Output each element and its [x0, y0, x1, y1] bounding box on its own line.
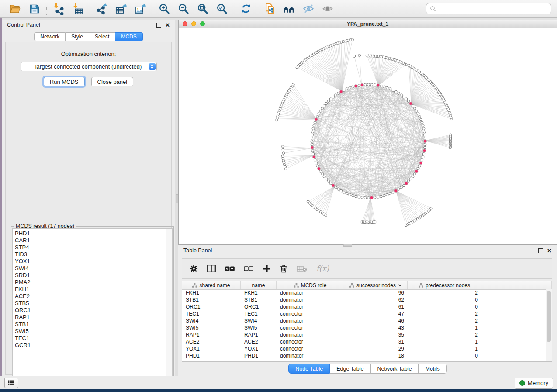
open-file-icon[interactable] [9, 3, 22, 15]
zoom-fit-icon[interactable] [196, 3, 209, 15]
graph-hub-node[interactable] [315, 118, 318, 121]
network-window-titlebar[interactable]: YPA_prune.txt_1 [179, 20, 557, 28]
float-table-panel-icon[interactable] [538, 248, 543, 253]
tab-style[interactable]: Style [66, 32, 89, 41]
memory-button[interactable]: Memory [515, 378, 553, 389]
add-column-icon[interactable] [263, 265, 271, 273]
vertical-splitter[interactable] [175, 20, 178, 376]
list-item[interactable]: ORC1 [15, 307, 172, 314]
search-field[interactable] [426, 3, 551, 14]
list-item[interactable]: TEC1 [15, 335, 172, 342]
search-input[interactable] [438, 5, 551, 13]
graph-hub-node[interactable] [405, 182, 408, 185]
settings-gear-icon[interactable] [190, 265, 198, 273]
close-window-icon[interactable] [183, 21, 187, 26]
list-item[interactable]: STP4 [15, 244, 172, 251]
list-item[interactable]: PMA2 [15, 279, 172, 286]
table-row[interactable]: SWI5SWI5connector431 [182, 324, 546, 331]
table-row[interactable]: FKH1FKH1dominator962 [182, 289, 546, 296]
save-icon[interactable] [28, 3, 41, 15]
graph-hub-node[interactable] [370, 196, 373, 199]
float-panel-icon[interactable] [156, 23, 161, 28]
network-graph[interactable] [179, 28, 557, 244]
list-item[interactable]: SRD1 [15, 272, 172, 279]
list-item[interactable]: PHD1 [15, 230, 172, 237]
import-network-icon[interactable] [52, 3, 65, 15]
list-item[interactable]: SWI4 [15, 265, 172, 272]
table-row[interactable]: RAP1RAP1dominator352 [182, 331, 546, 338]
graph-hub-node[interactable] [354, 85, 357, 88]
close-panel-button[interactable]: Close panel [91, 77, 134, 86]
list-item[interactable]: STB1 [15, 321, 172, 328]
graph-hub-node[interactable] [424, 140, 427, 143]
graph-hub-node[interactable] [394, 189, 398, 193]
tab-select[interactable]: Select [89, 32, 115, 41]
column-header-mcds-role[interactable]: MCDS role [277, 281, 344, 289]
graph-hub-node[interactable] [339, 90, 343, 93]
node-table-scrollbar[interactable] [546, 289, 552, 361]
graph-hub-node[interactable] [332, 184, 335, 187]
first-neighbors-icon[interactable] [283, 3, 296, 15]
graph-hub-node[interactable] [361, 83, 364, 86]
tab-motifs[interactable]: Motifs [419, 364, 446, 374]
export-table-icon[interactable] [114, 3, 128, 15]
tab-network-table[interactable]: Network Table [371, 364, 419, 374]
close-table-panel-icon[interactable]: ✕ [547, 249, 552, 253]
list-item[interactable]: SWI5 [15, 328, 172, 335]
unselect-all-icon[interactable] [244, 266, 253, 271]
table-row[interactable]: STB1STB1dominator620 [182, 296, 546, 303]
refresh-icon[interactable] [239, 3, 253, 15]
zoom-in-icon[interactable] [158, 3, 171, 15]
list-item[interactable]: TID3 [15, 251, 172, 258]
graph-hub-node[interactable] [311, 146, 314, 149]
graph-hub-node[interactable] [377, 84, 380, 87]
list-item[interactable]: YOX1 [15, 258, 172, 265]
column-header-shared-name[interactable]: shared name [182, 281, 241, 289]
graph-hub-node[interactable] [423, 149, 426, 152]
export-network-icon[interactable] [95, 3, 108, 15]
horizontal-splitter-handle[interactable] [343, 244, 352, 247]
graph-hub-node[interactable] [419, 162, 422, 165]
table-row[interactable]: TEC1TEC1connector472 [182, 310, 546, 317]
export-image-icon[interactable] [134, 3, 147, 15]
delete-column-icon[interactable] [280, 265, 287, 273]
column-header-predecessor-nodes[interactable]: predecessor nodes [408, 281, 481, 289]
list-item[interactable]: GCR1 [15, 342, 172, 349]
list-item[interactable]: ACE2 [15, 293, 172, 300]
table-row[interactable]: PHD1PHD1dominator180 [182, 352, 546, 359]
clone-network-icon[interactable] [263, 3, 277, 15]
tab-network[interactable]: Network [34, 32, 66, 41]
graph-hub-node[interactable] [318, 167, 321, 170]
criterion-dropdown[interactable]: largest connected component (undirected) [21, 62, 157, 71]
select-all-icon[interactable] [225, 266, 235, 271]
split-pane-icon[interactable] [207, 265, 216, 272]
import-table-icon[interactable] [71, 3, 84, 15]
graph-hub-node[interactable] [409, 102, 412, 105]
table-row[interactable]: ORC1ORC1dominator610 [182, 303, 546, 310]
list-item[interactable]: FKH1 [15, 286, 172, 293]
show-console-button[interactable] [4, 378, 18, 388]
mcds-result-scrollbar[interactable] [166, 229, 172, 387]
zoom-selected-icon[interactable] [215, 3, 228, 15]
node-table-scrollbar-thumb[interactable] [547, 291, 551, 342]
table-row[interactable]: YOX1YOX1connector291 [182, 345, 546, 352]
table-row[interactable]: ACE2ACE2connector311 [182, 338, 546, 345]
graph-hub-node[interactable] [312, 155, 315, 158]
tab-edge-table[interactable]: Edge Table [330, 364, 370, 374]
close-panel-icon[interactable]: ✕ [165, 23, 170, 27]
table-row[interactable]: SWI4SWI4dominator462 [182, 317, 546, 324]
show-all-icon[interactable] [321, 3, 334, 15]
tab-mcds[interactable]: MCDS [115, 32, 142, 41]
list-item[interactable]: STB5 [15, 300, 172, 307]
graph-hub-node[interactable] [415, 170, 418, 173]
run-mcds-button[interactable]: Run MCDS [44, 77, 85, 86]
list-item[interactable]: RAP1 [15, 314, 172, 321]
tab-node-table[interactable]: Node Table [288, 364, 330, 374]
hide-selected-icon[interactable] [302, 3, 315, 15]
list-item[interactable]: CAR1 [15, 237, 172, 244]
maximize-window-icon[interactable] [200, 21, 205, 26]
network-canvas[interactable] [179, 28, 557, 244]
column-header-name[interactable]: name [241, 281, 277, 289]
minimize-window-icon[interactable] [191, 21, 196, 26]
zoom-out-icon[interactable] [177, 3, 190, 15]
